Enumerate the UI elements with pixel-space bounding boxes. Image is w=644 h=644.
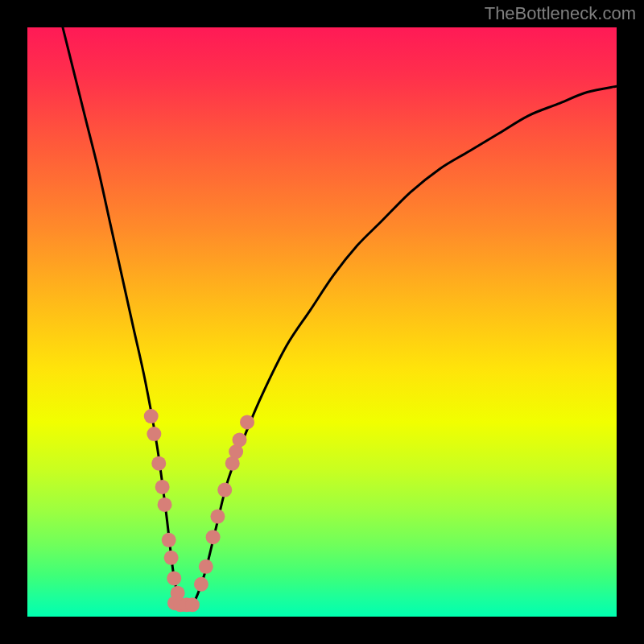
data-marker xyxy=(233,432,247,447)
data-marker xyxy=(194,577,208,592)
bottleneck-curve xyxy=(63,27,617,608)
data-marker xyxy=(167,571,181,585)
data-marker xyxy=(155,480,170,494)
data-marker xyxy=(206,530,221,544)
data-marker xyxy=(147,427,161,441)
data-marker xyxy=(151,456,166,471)
watermark-text: TheBottleneck.com xyxy=(485,3,636,24)
data-marker xyxy=(217,483,232,497)
data-marker xyxy=(144,409,159,423)
data-marker xyxy=(185,597,200,612)
marker-clusters xyxy=(144,409,254,612)
data-marker xyxy=(210,510,225,524)
data-marker xyxy=(240,415,254,429)
data-marker xyxy=(199,559,213,574)
data-marker xyxy=(164,551,179,565)
chart-svg xyxy=(27,27,617,617)
plot-area xyxy=(27,27,617,617)
chart-frame: TheBottleneck.com xyxy=(0,0,644,644)
data-marker xyxy=(158,497,172,512)
data-marker xyxy=(162,533,176,547)
